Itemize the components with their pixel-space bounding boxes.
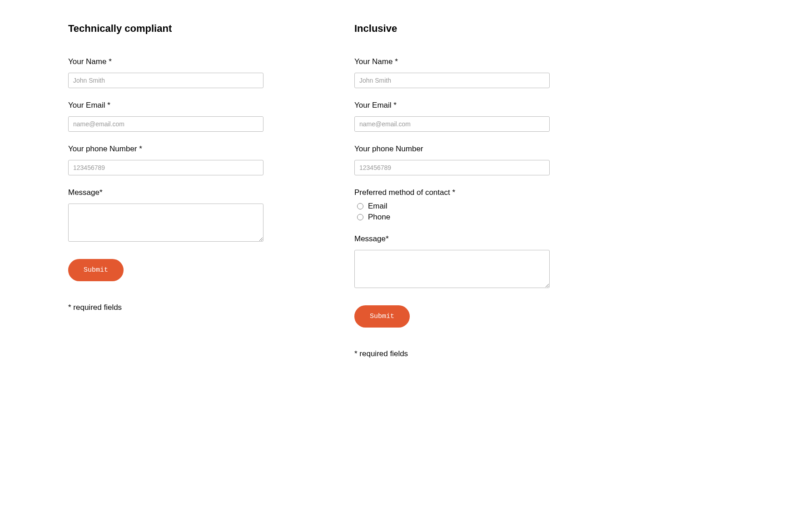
message-label: Message*: [68, 188, 263, 197]
name-input[interactable]: [354, 73, 550, 88]
radio-label-email: Email: [368, 202, 388, 211]
phone-label: Your phone Number: [354, 144, 550, 154]
name-label: Your Name *: [68, 57, 263, 66]
radio-email[interactable]: [357, 203, 363, 209]
field-group-email: Your Email *: [68, 101, 263, 132]
phone-label: Your phone Number *: [68, 144, 263, 154]
email-label: Your Email *: [68, 101, 263, 110]
radio-label-phone: Phone: [368, 213, 390, 222]
radio-phone[interactable]: [357, 214, 363, 220]
form-inclusive: Inclusive Your Name * Your Email * Your …: [354, 23, 550, 358]
radio-item-email: Email: [354, 202, 550, 211]
field-group-name: Your Name *: [68, 57, 263, 88]
name-label: Your Name *: [354, 57, 550, 66]
message-textarea[interactable]: [68, 204, 263, 242]
form-title-left: Technically compliant: [68, 23, 263, 35]
field-group-contact-method: Preferred method of contact * Email Phon…: [354, 188, 550, 222]
field-group-phone: Your phone Number *: [68, 144, 263, 175]
message-textarea[interactable]: [354, 250, 550, 288]
field-group-name: Your Name *: [354, 57, 550, 88]
radio-item-phone: Phone: [354, 213, 550, 222]
required-note: * required fields: [68, 303, 263, 312]
contact-method-label: Preferred method of contact *: [354, 188, 550, 197]
field-group-message: Message*: [68, 188, 263, 244]
form-title-right: Inclusive: [354, 23, 550, 35]
required-note: * required fields: [354, 349, 550, 358]
radio-group-contact: Email Phone: [354, 202, 550, 222]
email-label: Your Email *: [354, 101, 550, 110]
field-group-email: Your Email *: [354, 101, 550, 132]
email-input[interactable]: [68, 116, 263, 132]
email-input[interactable]: [354, 116, 550, 132]
form-technically-compliant: Technically compliant Your Name * Your E…: [68, 23, 263, 358]
submit-button[interactable]: Submit: [68, 259, 124, 281]
message-label: Message*: [354, 234, 550, 244]
phone-input[interactable]: [354, 160, 550, 175]
name-input[interactable]: [68, 73, 263, 88]
field-group-phone: Your phone Number: [354, 144, 550, 175]
phone-input[interactable]: [68, 160, 263, 175]
submit-button[interactable]: Submit: [354, 305, 410, 328]
field-group-message: Message*: [354, 234, 550, 290]
